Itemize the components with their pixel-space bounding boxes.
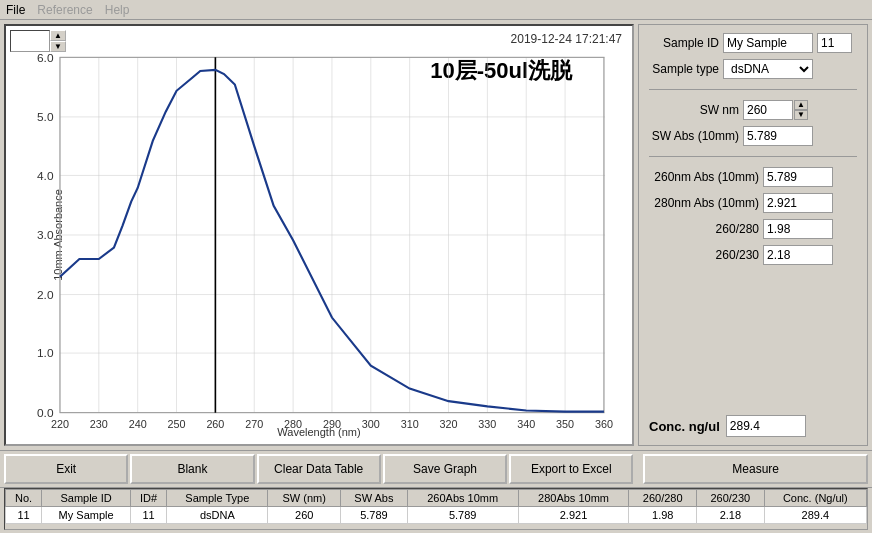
svg-text:310: 310 [401, 418, 419, 430]
col-sw-abs: SW Abs [341, 490, 408, 507]
menu-file[interactable]: File [6, 3, 25, 17]
blank-button[interactable]: Blank [130, 454, 254, 484]
abs260-input[interactable] [763, 167, 833, 187]
sw-nm-up-button[interactable]: ▲ [794, 100, 808, 110]
abs280-row: 280nm Abs (10mm) [649, 193, 857, 213]
sw-nm-label: SW nm [649, 103, 739, 117]
svg-text:3.0: 3.0 [37, 228, 54, 241]
table-cell: 5.789 [407, 507, 518, 524]
conc-row: Conc. ng/ul [649, 415, 857, 437]
svg-text:250: 250 [168, 418, 186, 430]
abs260-label: 260nm Abs (10mm) [649, 170, 759, 184]
table-cell: dsDNA [167, 507, 268, 524]
sw-nm-spinner: ▲ ▼ [743, 100, 808, 120]
sw-abs-row: SW Abs (10mm) [649, 126, 857, 146]
svg-text:300: 300 [362, 418, 380, 430]
col-260230: 260/230 [697, 490, 765, 507]
divider-1 [649, 89, 857, 90]
svg-text:0.0: 0.0 [37, 406, 54, 419]
toolbar: Exit Blank Clear Data Table Save Graph E… [0, 450, 872, 488]
table-header-row: No. Sample ID ID# Sample Type SW (nm) SW… [6, 490, 867, 507]
sample-id-row: Sample ID [649, 33, 857, 53]
col-260280: 260/280 [629, 490, 697, 507]
table-row: 11My Sample11dsDNA2605.7895.7892.9211.98… [6, 507, 867, 524]
conc-input[interactable] [726, 415, 806, 437]
conc-label: Conc. ng/ul [649, 419, 720, 434]
svg-text:270: 270 [245, 418, 263, 430]
ratio260230-label: 260/230 [649, 248, 759, 262]
graph-area: 6.0 ▲ ▼ 2019-12-24 17:21:47 10层-50ul洗脱 1… [4, 24, 634, 446]
svg-text:6.0: 6.0 [37, 51, 54, 64]
data-table: No. Sample ID ID# Sample Type SW (nm) SW… [5, 489, 867, 524]
menu-reference[interactable]: Reference [37, 3, 92, 17]
measure-button[interactable]: Measure [643, 454, 868, 484]
svg-text:5.0: 5.0 [37, 110, 54, 123]
right-panel: Sample ID Sample type dsDNA ssDNA RNA Pr… [638, 24, 868, 446]
col-id: ID# [130, 490, 166, 507]
col-sample-id: Sample ID [42, 490, 131, 507]
svg-text:220: 220 [51, 418, 69, 430]
svg-text:240: 240 [129, 418, 147, 430]
sw-nm-down-button[interactable]: ▼ [794, 110, 808, 120]
col-sample-type: Sample Type [167, 490, 268, 507]
svg-text:360: 360 [595, 418, 613, 430]
svg-text:1.0: 1.0 [37, 346, 54, 359]
col-sw: SW (nm) [268, 490, 341, 507]
ratio260280-input[interactable] [763, 219, 833, 239]
table-cell: My Sample [42, 507, 131, 524]
data-table-container: No. Sample ID ID# Sample Type SW (nm) SW… [4, 488, 868, 530]
graph-svg-container: 0.0 1.0 2.0 3.0 4.0 5.0 6.0 220 230 240 … [6, 26, 632, 444]
ratio260230-row: 260/230 [649, 245, 857, 265]
col-280abs: 280Abs 10mm [518, 490, 629, 507]
svg-text:350: 350 [556, 418, 574, 430]
svg-text:230: 230 [90, 418, 108, 430]
save-graph-button[interactable]: Save Graph [383, 454, 507, 484]
sw-abs-input[interactable] [743, 126, 813, 146]
sample-type-label: Sample type [649, 62, 719, 76]
svg-text:320: 320 [440, 418, 458, 430]
sample-type-select[interactable]: dsDNA ssDNA RNA Protein [723, 59, 813, 79]
col-260abs: 260Abs 10mm [407, 490, 518, 507]
table-cell: 1.98 [629, 507, 697, 524]
table-cell: 5.789 [341, 507, 408, 524]
sw-nm-input[interactable] [743, 100, 793, 120]
ratio260230-input[interactable] [763, 245, 833, 265]
table-cell: 2.18 [697, 507, 765, 524]
graph-svg: 0.0 1.0 2.0 3.0 4.0 5.0 6.0 220 230 240 … [6, 26, 632, 444]
col-conc: Conc. (Ng/ul) [764, 490, 866, 507]
sw-abs-label: SW Abs (10mm) [649, 129, 739, 143]
svg-text:280: 280 [284, 418, 302, 430]
col-no: No. [6, 490, 42, 507]
svg-text:340: 340 [517, 418, 535, 430]
exit-button[interactable]: Exit [4, 454, 128, 484]
abs280-label: 280nm Abs (10mm) [649, 196, 759, 210]
svg-text:290: 290 [323, 418, 341, 430]
sample-id-label: Sample ID [649, 36, 719, 50]
abs280-input[interactable] [763, 193, 833, 213]
main-layout: 6.0 ▲ ▼ 2019-12-24 17:21:47 10层-50ul洗脱 1… [0, 20, 872, 450]
table-cell: 2.921 [518, 507, 629, 524]
table-cell: 11 [130, 507, 166, 524]
sw-nm-spinner-buttons: ▲ ▼ [794, 100, 808, 120]
menu-bar: File Reference Help [0, 0, 872, 20]
table-body: 11My Sample11dsDNA2605.7895.7892.9211.98… [6, 507, 867, 524]
table-cell: 11 [6, 507, 42, 524]
ratio260280-row: 260/280 [649, 219, 857, 239]
table-cell: 260 [268, 507, 341, 524]
sample-id-input[interactable] [723, 33, 813, 53]
ratio260280-label: 260/280 [649, 222, 759, 236]
sample-id-num-input[interactable] [817, 33, 852, 53]
sw-nm-row: SW nm ▲ ▼ [649, 100, 857, 120]
export-excel-button[interactable]: Export to Excel [509, 454, 633, 484]
svg-text:4.0: 4.0 [37, 169, 54, 182]
menu-help[interactable]: Help [105, 3, 130, 17]
svg-text:260: 260 [206, 418, 224, 430]
clear-data-button[interactable]: Clear Data Table [257, 454, 381, 484]
abs260-row: 260nm Abs (10mm) [649, 167, 857, 187]
sample-type-row: Sample type dsDNA ssDNA RNA Protein [649, 59, 857, 79]
svg-text:330: 330 [478, 418, 496, 430]
svg-text:2.0: 2.0 [37, 288, 54, 301]
table-cell: 289.4 [764, 507, 866, 524]
divider-2 [649, 156, 857, 157]
